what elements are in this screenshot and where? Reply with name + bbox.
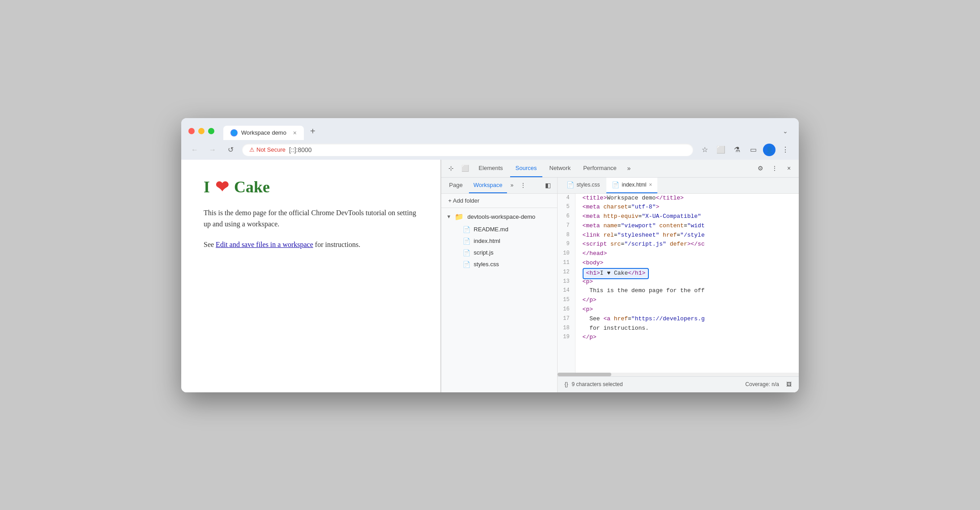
url-bar[interactable]: ⚠ Not Secure [::]:8000	[242, 144, 693, 156]
code-line-4: <title>Workspace demo</title>	[583, 194, 792, 203]
sources-page-tab[interactable]: Page	[445, 178, 467, 194]
line-num-8: 8	[561, 231, 570, 240]
tab-performance-label: Performance	[583, 165, 616, 171]
lab-icon[interactable]: ⚗	[731, 144, 743, 156]
page-heading: I ❤ Cake	[204, 178, 418, 196]
line-num-7: 7	[561, 221, 570, 231]
tab-elements[interactable]: Elements	[473, 159, 508, 177]
code-line-6: <meta http-equiv="X-UA-Compatible"	[583, 212, 792, 221]
index-tab-close-icon[interactable]: ×	[649, 182, 652, 188]
index-tab-label: index.html	[622, 182, 647, 188]
toolbar-icons: ☆ ⬜ ⚗ ▭ 👤 ⋮	[699, 144, 792, 156]
html-filename: index.html	[474, 238, 500, 244]
page-paragraph-1: This is the demo page for the official C…	[204, 207, 418, 230]
sources-workspace-label: Workspace	[473, 182, 503, 188]
more-menu-icon[interactable]: ⋮	[779, 144, 792, 156]
tab-network[interactable]: Network	[544, 159, 576, 177]
file-script-js[interactable]: 📄 script.js	[441, 247, 557, 259]
file-index-html[interactable]: 📄 index.html	[441, 235, 557, 247]
sidebar-toggle-icon[interactable]: ▭	[747, 144, 759, 156]
line-num-12: 12	[561, 268, 570, 277]
sources-sidebar: Page Workspace » ⋮ ◧ + Add folder	[441, 178, 558, 392]
tab-favicon: 🌐	[230, 129, 238, 136]
workspace-folder[interactable]: ▼ 📁 devtools-workspace-demo	[441, 210, 557, 224]
close-traffic-light[interactable]	[188, 128, 195, 134]
code-tab-index[interactable]: 📄 index.html ×	[606, 178, 658, 194]
line-num-19: 19	[561, 333, 570, 342]
para2-prefix: See	[204, 241, 216, 248]
folder-name: devtools-workspace-demo	[467, 213, 535, 220]
code-line-11: <body>	[583, 259, 792, 268]
tab-expand-button[interactable]: ⌄	[779, 124, 792, 138]
sources-workspace-tab[interactable]: Workspace	[469, 178, 507, 194]
browser-tab[interactable]: 🌐 Workspace demo ×	[223, 126, 304, 140]
code-line-19: </p>	[583, 333, 792, 342]
html-file-icon: 📄	[463, 238, 470, 245]
devtools-settings-icon[interactable]: ⚙	[754, 162, 767, 174]
code-line-15: </p>	[583, 296, 792, 305]
line-num-10: 10	[561, 249, 570, 259]
folder-icon: 📁	[455, 212, 464, 221]
devtools-toolbar: ⊹ ⬜ Elements Sources Network Performance…	[441, 160, 799, 178]
code-line-5: <meta charset="utf-8">	[583, 203, 792, 212]
folder-arrow-icon: ▼	[447, 214, 452, 219]
devtools-more-icon[interactable]: ⋮	[768, 162, 781, 174]
address-bar: ← → ↺ ⚠ Not Secure [::]:8000 ☆ ⬜ ⚗ ▭ 👤 ⋮	[181, 140, 799, 160]
warning-icon: ⚠	[249, 146, 255, 153]
minimize-traffic-light[interactable]	[198, 128, 205, 134]
sources-more-tabs-icon[interactable]: »	[509, 182, 516, 188]
page-content: I ❤ Cake This is the demo page for the o…	[181, 160, 441, 392]
styles-tab-icon: 📄	[567, 181, 574, 188]
title-bar: 🌐 Workspace demo × + ⌄	[181, 118, 799, 140]
file-readme[interactable]: 📄 README.md	[441, 224, 557, 235]
status-right: Coverage: n/a 🖼	[746, 381, 792, 387]
forward-button[interactable]: →	[206, 144, 219, 156]
scrollbar-thumb[interactable]	[558, 373, 611, 376]
tab-elements-label: Elements	[479, 165, 503, 171]
profile-icon[interactable]: 👤	[763, 144, 775, 156]
line-num-6: 6	[561, 212, 570, 221]
file-styles-css[interactable]: 📄 styles.css	[441, 259, 557, 270]
readme-file-icon: 📄	[463, 226, 470, 233]
tab-sources[interactable]: Sources	[510, 159, 542, 177]
tab-close-button[interactable]: ×	[293, 129, 297, 136]
not-secure-indicator: ⚠ Not Secure	[249, 146, 285, 153]
format-icon[interactable]: {}	[565, 381, 568, 387]
code-tab-styles[interactable]: 📄 styles.css	[561, 178, 605, 194]
maximize-traffic-light[interactable]	[208, 128, 214, 134]
status-left: {} 9 characters selected	[565, 381, 623, 387]
back-button[interactable]: ←	[188, 144, 201, 156]
line-numbers: 4 5 6 7 8 9 10 11 12 13 14 15 16	[558, 194, 575, 373]
horizontal-scrollbar[interactable]	[558, 373, 799, 376]
line-num-4: 4	[561, 194, 570, 203]
devtools-close-icon[interactable]: ×	[783, 162, 795, 174]
bookmark-icon[interactable]: ☆	[699, 144, 711, 156]
cursor-tool-icon[interactable]: ⊹	[445, 162, 457, 174]
code-line-12[interactable]: <h1>I ♥ Cake</h1>	[583, 268, 792, 277]
devtools-toolbar-right: ⚙ ⋮ ×	[754, 162, 795, 174]
main-area: I ❤ Cake This is the demo page for the o…	[181, 160, 799, 392]
workspace-link[interactable]: Edit and save files in a workspace	[216, 241, 313, 248]
line-num-13: 13	[561, 277, 570, 287]
screenshot-status-icon[interactable]: 🖼	[786, 381, 792, 387]
code-lines: <title>Workspace demo</title> <meta char…	[575, 194, 799, 373]
refresh-button[interactable]: ↺	[224, 144, 237, 156]
line-num-14: 14	[561, 286, 570, 296]
tab-title: Workspace demo	[241, 129, 286, 136]
sources-sidebar-toggle-icon[interactable]: ◧	[543, 180, 554, 191]
tab-performance[interactable]: Performance	[578, 159, 622, 177]
sources-more-menu-icon[interactable]: ⋮	[517, 179, 529, 191]
file-tree: ▼ 📁 devtools-workspace-demo 📄 README.md …	[441, 208, 557, 392]
line-num-18: 18	[561, 324, 570, 333]
para2-suffix: for instructions.	[313, 241, 360, 248]
more-tabs-icon[interactable]: »	[624, 165, 635, 172]
sources-tabs: Page Workspace » ⋮ ◧	[441, 178, 557, 194]
line-num-5: 5	[561, 203, 570, 212]
code-line-8: <link rel="stylesheet" href="/style	[583, 231, 792, 240]
new-tab-button[interactable]: +	[305, 123, 321, 140]
heading-cake-text: Cake	[234, 178, 270, 196]
extension-icon[interactable]: ⬜	[715, 144, 727, 156]
not-secure-label: Not Secure	[256, 146, 285, 153]
add-folder-button[interactable]: + Add folder	[441, 194, 557, 208]
device-tool-icon[interactable]: ⬜	[459, 162, 472, 174]
